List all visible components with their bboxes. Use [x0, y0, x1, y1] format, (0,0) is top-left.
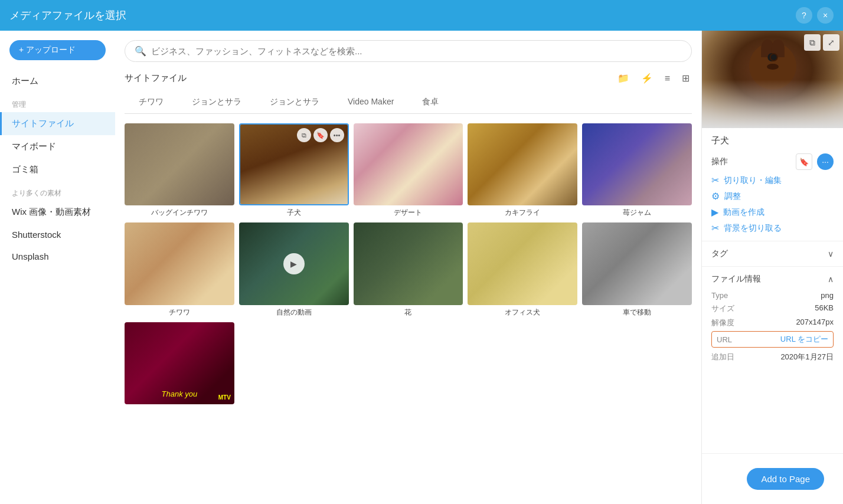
close-button[interactable]: × — [817, 7, 834, 24]
sidebar-item-unsplash[interactable]: Unsplash — [0, 246, 115, 267]
preview-icon-btns: ⧉ ⤢ — [804, 34, 839, 51]
sidebar: + アップロード ホーム 管理 サイトファイル マイボード ゴミ箱 より多くの素… — [0, 31, 115, 504]
file-info-url-row: URL URL をコピー — [711, 331, 834, 348]
image-label-nature-video: 自然の動画 — [276, 307, 312, 318]
sidebar-section-more: より多くの素材 — [0, 181, 115, 201]
grid-view-button[interactable]: ⊞ — [679, 71, 692, 85]
file-info-section: ファイル情報 ∧ Type png サイズ 56KB 解像度 207x147px… — [702, 269, 843, 369]
image-name: 子犬 — [702, 128, 843, 149]
operations-section: 操作 🔖 ··· ✂ 切り取り・編集 ⚙ 調整 ▶ 動画を作成 — [702, 149, 843, 238]
sidebar-item-home[interactable]: ホーム — [0, 70, 115, 93]
image-cell-dessert[interactable]: デザート — [354, 123, 463, 218]
right-panel: ⧉ ⤢ 子犬 操作 🔖 ··· ✂ 切り取り・編集 ⚙ 調 — [701, 31, 843, 504]
preview-image-container: ⧉ ⤢ — [702, 31, 843, 128]
image-label-fried: カキフライ — [505, 208, 540, 218]
image-label-jam: 苺ジャム — [623, 208, 651, 218]
sidebar-item-shutterstock[interactable]: Shutterstock — [0, 224, 115, 246]
thumb-icon-1[interactable]: 🔖 — [313, 128, 328, 142]
new-folder-button[interactable]: 📁 — [615, 71, 632, 85]
header-title: メディアファイルを選択 — [9, 8, 796, 22]
thumb-icon-2[interactable]: ••• — [330, 128, 344, 142]
tab-chihuahua[interactable]: チワワ — [125, 92, 178, 113]
search-icon: 🔍 — [135, 45, 146, 57]
upload-button[interactable]: + アップロード — [9, 40, 106, 60]
crop-icon: ✂ — [711, 175, 719, 186]
preview-copy-btn[interactable]: ⧉ — [804, 34, 821, 51]
header-icon-group: ? × — [796, 7, 834, 24]
sidebar-section-manage: 管理 — [0, 93, 115, 112]
tab-john-sara-2[interactable]: ジョンとサラ — [256, 92, 334, 113]
image-cell-thankyou-video[interactable]: Thank youMTV — [125, 322, 234, 404]
image-grid: バッグインチワワ⧉🔖•••子犬デザートカキフライ苺ジャムチワワ▶自然の動画花オフ… — [125, 123, 692, 404]
file-info-date-row: 追加日 2020年1月27日 — [711, 350, 834, 364]
image-cell-office-dog[interactable]: オフィス犬 — [468, 222, 577, 317]
header: メディアファイルを選択 ? × — [0, 0, 843, 31]
content-area: 🔍 サイトファイル 📁 ⚡ ≡ ⊞ チワワ ジョンとサラ ジョンとサラ — [115, 31, 701, 504]
image-cell-nature-video[interactable]: ▶自然の動画 — [239, 222, 349, 317]
file-info-resolution-row: 解像度 207x147px — [711, 316, 834, 330]
image-label-puppy: 子犬 — [287, 208, 301, 218]
play-icon: ▶ — [283, 253, 305, 274]
help-button[interactable]: ? — [796, 7, 812, 24]
thumb-icon-0[interactable]: ⧉ — [297, 128, 311, 142]
image-cell-car-dog[interactable]: 車で移動 — [582, 222, 692, 317]
image-cell-puppy[interactable]: ⧉🔖•••子犬 — [239, 123, 349, 218]
image-label-car-dog: 車で移動 — [623, 307, 651, 318]
tab-john-sara-1[interactable]: ジョンとサラ — [178, 92, 256, 113]
image-cell-chihuahua2[interactable]: チワワ — [125, 222, 234, 317]
image-label-chihuahua-bag: バッグインチワワ — [151, 208, 208, 218]
image-label-dessert: デザート — [394, 208, 422, 218]
tab-shokutaku[interactable]: 食卓 — [408, 92, 453, 113]
tab-row: チワワ ジョンとサラ ジョンとサラ Video Maker 食卓 — [125, 92, 692, 114]
image-cell-fried[interactable]: カキフライ — [468, 123, 577, 218]
adjust-icon: ⚙ — [711, 191, 720, 202]
tags-section: タグ ∨ — [702, 244, 843, 264]
operations-list: ✂ 切り取り・編集 ⚙ 調整 ▶ 動画を作成 ✂ 背景を切り取る — [711, 175, 834, 234]
operation-video[interactable]: ▶ 動画を作成 — [711, 207, 834, 218]
url-copy-button[interactable]: URL をコピー — [780, 334, 828, 345]
file-info-chevron-icon[interactable]: ∧ — [828, 274, 834, 284]
image-label-chihuahua2: チワワ — [169, 307, 190, 318]
image-cell-jam[interactable]: 苺ジャム — [582, 123, 692, 218]
preview-expand-btn[interactable]: ⤢ — [823, 34, 839, 51]
search-bar: 🔍 — [125, 40, 692, 62]
file-info-type-row: Type png — [711, 289, 834, 302]
main-layout: + アップロード ホーム 管理 サイトファイル マイボード ゴミ箱 より多くの素… — [0, 31, 843, 504]
sidebar-item-wix-media[interactable]: Wix 画像・動画素材 — [0, 201, 115, 224]
sidebar-item-my-board[interactable]: マイボード — [0, 135, 115, 158]
filter-button[interactable]: ⚡ — [639, 71, 655, 85]
operation-bg-remove[interactable]: ✂ 背景を切り取る — [711, 222, 834, 234]
operation-adjust[interactable]: ⚙ 調整 — [711, 191, 834, 202]
sidebar-item-trash[interactable]: ゴミ箱 — [0, 158, 115, 181]
operations-title: 操作 🔖 ··· — [711, 153, 834, 170]
add-to-page-button[interactable]: Add to Page — [747, 468, 824, 490]
tags-chevron-icon[interactable]: ∨ — [828, 249, 834, 258]
ops-section-icons: 🔖 ··· — [796, 153, 834, 170]
ops-more-btn[interactable]: ··· — [817, 153, 834, 170]
file-info-size-row: サイズ 56KB — [711, 302, 834, 316]
image-label-office-dog: オフィス犬 — [505, 307, 540, 318]
image-cell-flowers[interactable]: 花 — [354, 222, 463, 317]
ops-bookmark-btn[interactable]: 🔖 — [796, 153, 812, 170]
sort-button[interactable]: ≡ — [662, 71, 672, 85]
section-actions: 📁 ⚡ ≡ ⊞ — [615, 71, 692, 85]
image-label-flowers: 花 — [404, 307, 411, 318]
file-info-title: ファイル情報 ∧ — [711, 274, 834, 284]
operation-crop[interactable]: ✂ 切り取り・編集 — [711, 175, 834, 186]
search-input[interactable] — [151, 46, 682, 56]
section-header: サイトファイル 📁 ⚡ ≡ ⊞ — [125, 71, 692, 85]
image-cell-chihuahua-bag[interactable]: バッグインチワワ — [125, 123, 234, 218]
video-icon: ▶ — [711, 207, 718, 218]
right-panel-footer: Add to Page — [702, 453, 843, 504]
bg-remove-icon: ✂ — [711, 222, 719, 234]
tab-video-maker[interactable]: Video Maker — [334, 92, 408, 113]
section-title: サイトファイル — [125, 73, 187, 84]
sidebar-item-site-files[interactable]: サイトファイル — [0, 112, 115, 135]
